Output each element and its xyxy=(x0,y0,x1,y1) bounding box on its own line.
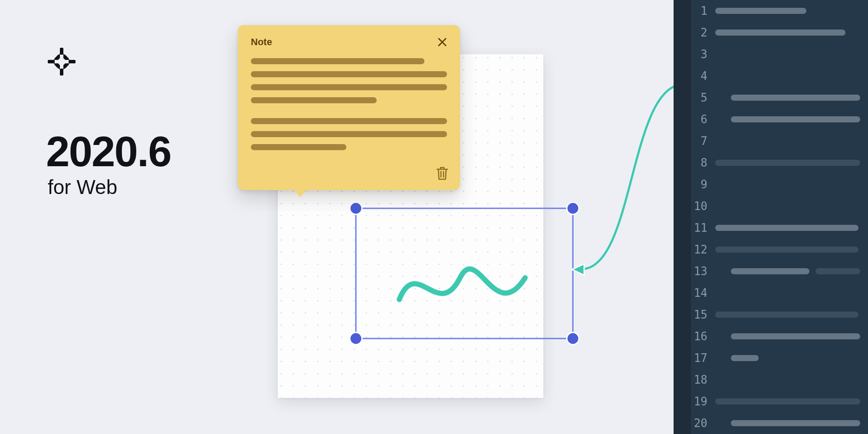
code-line[interactable]: 3 xyxy=(691,43,868,65)
svg-point-6 xyxy=(567,202,579,214)
line-number: 9 xyxy=(691,178,715,191)
code-line[interactable]: 9 xyxy=(691,174,868,195)
line-number: 19 xyxy=(691,395,715,408)
line-number: 10 xyxy=(691,200,715,213)
code-line[interactable]: 12 xyxy=(691,239,868,260)
code-content xyxy=(715,333,868,339)
line-number: 8 xyxy=(691,156,715,169)
code-content xyxy=(715,355,868,361)
code-content xyxy=(715,116,868,122)
svg-point-5 xyxy=(350,202,362,214)
code-line[interactable]: 10 xyxy=(691,195,868,217)
code-token xyxy=(731,116,860,122)
code-line[interactable]: 20 xyxy=(691,412,868,434)
code-line[interactable]: 13 xyxy=(691,260,868,282)
svg-point-7 xyxy=(350,332,362,345)
note-text-line xyxy=(251,58,424,64)
close-icon[interactable] xyxy=(437,37,447,47)
code-token xyxy=(731,268,809,274)
panel-gutter xyxy=(674,0,691,434)
svg-point-8 xyxy=(567,332,579,345)
code-content xyxy=(715,8,868,14)
line-number: 14 xyxy=(691,286,715,299)
code-content xyxy=(715,268,868,274)
code-content xyxy=(715,247,868,253)
ink-squiggle xyxy=(399,269,525,299)
code-content xyxy=(715,225,868,231)
line-number: 4 xyxy=(691,69,715,82)
code-token xyxy=(815,268,860,274)
line-number: 16 xyxy=(691,330,715,343)
line-number: 13 xyxy=(691,265,715,278)
note-annotation[interactable]: Note xyxy=(238,25,460,190)
code-line-list: 1234567891011121314151617181920 xyxy=(691,0,868,434)
code-token xyxy=(715,30,845,36)
code-token xyxy=(731,95,860,101)
code-content xyxy=(715,160,868,166)
svg-rect-3 xyxy=(60,69,63,76)
code-content xyxy=(715,95,868,101)
note-body-paragraph-1 xyxy=(251,58,447,103)
code-content xyxy=(715,30,868,36)
line-number: 20 xyxy=(691,417,715,430)
code-line[interactable]: 18 xyxy=(691,369,868,391)
code-line[interactable]: 2 xyxy=(691,22,868,43)
globe-icon xyxy=(48,48,76,77)
code-line[interactable]: 1 xyxy=(691,0,868,22)
line-number: 17 xyxy=(691,352,715,365)
note-body-paragraph-2 xyxy=(251,118,447,150)
code-content xyxy=(715,420,868,426)
code-token xyxy=(715,160,860,166)
line-number: 3 xyxy=(691,48,715,61)
code-token xyxy=(715,8,806,14)
code-line[interactable]: 7 xyxy=(691,130,868,152)
line-number: 1 xyxy=(691,4,715,17)
note-text-line xyxy=(251,71,447,77)
code-token xyxy=(731,355,759,361)
code-line[interactable]: 6 xyxy=(691,108,868,130)
code-line[interactable]: 14 xyxy=(691,282,868,304)
svg-rect-1 xyxy=(69,60,76,63)
line-number: 11 xyxy=(691,221,715,234)
note-text-line xyxy=(251,131,447,137)
code-line[interactable]: 5 xyxy=(691,87,868,108)
code-content xyxy=(715,398,868,404)
line-number: 12 xyxy=(691,243,715,256)
code-panel: 1234567891011121314151617181920 xyxy=(691,0,868,434)
line-number: 5 xyxy=(691,91,715,104)
code-line[interactable]: 15 xyxy=(691,304,868,326)
line-number: 6 xyxy=(691,113,715,126)
trash-icon[interactable] xyxy=(436,166,449,181)
platform-subhead: for Web xyxy=(48,175,117,199)
code-token xyxy=(715,247,858,253)
code-token xyxy=(731,420,860,426)
code-line[interactable]: 11 xyxy=(691,217,868,239)
code-line[interactable]: 16 xyxy=(691,326,868,347)
svg-rect-2 xyxy=(60,48,63,55)
selection-frame[interactable] xyxy=(352,204,577,343)
code-token xyxy=(731,333,860,339)
svg-rect-0 xyxy=(48,60,55,63)
line-number: 2 xyxy=(691,26,715,39)
line-number: 15 xyxy=(691,308,715,321)
code-line[interactable]: 8 xyxy=(691,152,868,174)
code-token xyxy=(715,312,858,318)
code-line[interactable]: 4 xyxy=(691,65,868,87)
code-token xyxy=(715,225,858,231)
note-text-line xyxy=(251,144,346,150)
line-number: 7 xyxy=(691,135,715,148)
line-number: 18 xyxy=(691,373,715,386)
note-text-line xyxy=(251,84,447,90)
hero-canvas: 2020.6 for Web Note xyxy=(0,0,674,434)
note-text-line xyxy=(251,118,447,124)
code-line[interactable]: 19 xyxy=(691,391,868,412)
version-headline: 2020.6 xyxy=(46,130,171,173)
code-content xyxy=(715,312,868,318)
note-title: Note xyxy=(251,36,272,48)
code-line[interactable]: 17 xyxy=(691,347,868,369)
code-token xyxy=(715,398,860,404)
note-text-line xyxy=(251,97,377,103)
